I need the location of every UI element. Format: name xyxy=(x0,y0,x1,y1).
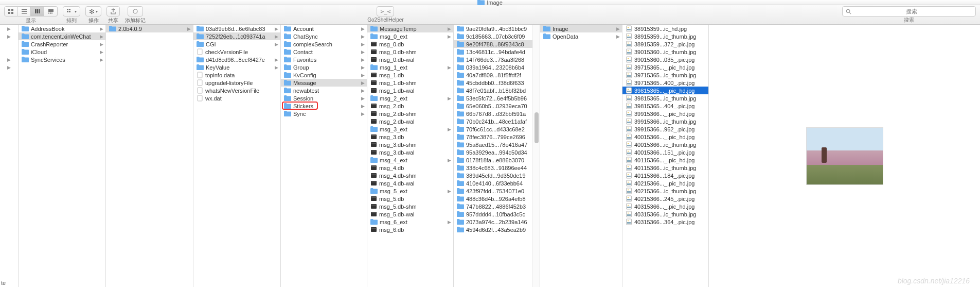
list-item[interactable]: 2073a974c...2b239a146▶ xyxy=(454,218,540,226)
list-item[interactable]: msg_3.db xyxy=(367,133,453,141)
list-item[interactable]: com.tencent.xinWeChat▶ xyxy=(19,32,105,40)
list-item[interactable]: Stickers▶ xyxy=(281,102,367,110)
list-item[interactable]: msg_1.db-shm xyxy=(367,79,453,87)
list-item[interactable]: 13c46811c...94bdafe4d▶ xyxy=(454,48,540,56)
list-item[interactable]: msg_0_ext▶ xyxy=(367,32,453,40)
list-item[interactable]: 40015366...151_.pic.jpg xyxy=(622,148,708,156)
list-item[interactable]: Image▶ xyxy=(540,25,622,32)
list-item[interactable]: Contact▶ xyxy=(281,48,367,56)
list-item[interactable]: 39915366...962_.pic.jpg xyxy=(622,125,708,133)
list-item[interactable]: 38915359...ic_thumb.jpg xyxy=(622,32,708,40)
list-item[interactable]: 39815365..._.pic_hd.jpg xyxy=(622,87,708,94)
list-item[interactable]: 39715365...ic_thumb.jpg xyxy=(622,71,708,79)
list-item[interactable]: 488c36d4b...926a4efb8▶ xyxy=(454,195,540,202)
list-item[interactable]: msg_5_ext▶ xyxy=(367,187,453,195)
list-item[interactable]: Message▶ xyxy=(281,79,367,87)
column-view-button[interactable] xyxy=(31,6,44,16)
list-item[interactable]: msg_4.db xyxy=(367,164,453,172)
list-item[interactable]: 40015366..._.pic_hd.jpg xyxy=(622,133,708,141)
column-2[interactable]: 03a89eb6d...6e6fabc83▶7252f26eb...1c0937… xyxy=(193,25,281,287)
list-item[interactable]: msg_3.db-wal xyxy=(367,148,453,156)
column-0[interactable]: AddressBook▶com.tencent.xinWeChat▶CrashR… xyxy=(19,25,106,287)
list-item[interactable]: 03a89eb6d...6e6fabc83▶ xyxy=(193,25,280,32)
list-item[interactable]: msg_3.db-shm xyxy=(367,141,453,148)
column-3[interactable]: Account▶ChatSync▶complexSearch▶Contact▶F… xyxy=(281,25,367,287)
search-input[interactable] xyxy=(851,8,972,14)
list-item[interactable]: 039a1964...23208b6b4▶ xyxy=(454,63,540,71)
list-item[interactable]: 39015360...ic_thumb.jpg xyxy=(622,48,708,56)
list-item[interactable]: msg_2.db-wal xyxy=(367,117,453,125)
list-item[interactable]: msg_0.db xyxy=(367,40,453,48)
list-item[interactable]: 40315366..._.pic_hd.jpg xyxy=(622,202,708,210)
column-7[interactable]: 38915359...ic_hd.jpg38915359...ic_thumb.… xyxy=(622,25,709,287)
list-item[interactable]: 95a8aed15...78e416a47▶ xyxy=(454,141,540,148)
column-5[interactable]: 9ae20fdfa9...4bc31bbc9▶9c185663...07cb3c… xyxy=(454,25,540,287)
list-item[interactable]: msg_4.db-wal xyxy=(367,179,453,187)
list-item[interactable]: 957dddd4...10fbad3c5c▶ xyxy=(454,210,540,218)
list-item[interactable]: 38915359...ic_hd.jpg xyxy=(622,25,708,32)
list-item[interactable]: 40215366..._.pic_hd.jpg xyxy=(622,179,708,187)
list-item[interactable]: msg_1_ext▶ xyxy=(367,63,453,71)
list-item[interactable]: 78fec3876...799ce2696▶ xyxy=(454,133,540,141)
list-item[interactable]: 9ae20fdfa9...4bc31bbc9▶ xyxy=(454,25,540,32)
tags-button[interactable] xyxy=(128,6,143,16)
column-4[interactable]: MessageTemp▶msg_0_ext▶msg_0.dbmsg_0.db-s… xyxy=(367,25,454,287)
list-item[interactable]: msg_1.db-wal xyxy=(367,87,453,94)
list-item[interactable]: msg_2.db xyxy=(367,102,453,110)
list-item[interactable]: 95a3929ea...994c50d34▶ xyxy=(454,148,540,156)
list-item[interactable]: 410e4140...6f33ebb64▶ xyxy=(454,179,540,187)
list-item[interactable]: 39815365...ic_thumb.jpg xyxy=(622,94,708,102)
list-item[interactable]: 66b767d8...d32bbf591a▶ xyxy=(454,110,540,117)
list-item[interactable]: Account▶ xyxy=(281,25,367,32)
list-item[interactable]: 0178f18fa...e886b3070▶ xyxy=(454,156,540,164)
list-item[interactable]: MessageTemp▶ xyxy=(367,25,453,32)
list-item[interactable]: 38915359...372_.pic.jpg xyxy=(622,40,708,48)
list-item[interactable]: checkVersionFile xyxy=(193,48,280,56)
list-item[interactable]: msg_2.db-shm xyxy=(367,110,453,117)
icon-view-button[interactable] xyxy=(4,6,17,16)
list-item[interactable]: 53ec5fc72...6e4f5b5b96▶ xyxy=(454,94,540,102)
list-item[interactable]: 39915366...ic_thumb.jpg xyxy=(622,117,708,125)
list-item[interactable]: 70f6c61cc...d433c68e2▶ xyxy=(454,125,540,133)
list-item[interactable]: wx.dat xyxy=(193,94,280,102)
list-item[interactable]: KeyValue▶ xyxy=(193,63,280,71)
action-button[interactable]: ✻▾ xyxy=(85,6,101,16)
list-item[interactable]: 70b0c241b...48ce11afaf▶ xyxy=(454,117,540,125)
list-item[interactable]: msg_5.db-wal xyxy=(367,210,453,218)
arrange-button[interactable]: ▾ xyxy=(63,6,80,16)
list-item[interactable]: 423f97fdd...7534071e0▶ xyxy=(454,187,540,195)
list-item[interactable]: Sync▶ xyxy=(281,110,367,117)
scroll-thumb[interactable] xyxy=(534,112,539,143)
list-item[interactable]: 40215366...ic_thumb.jpg xyxy=(622,187,708,195)
gallery-view-button[interactable] xyxy=(44,6,58,16)
list-item[interactable]: AddressBook▶ xyxy=(19,25,105,32)
list-item[interactable]: Session▶ xyxy=(281,94,367,102)
list-item[interactable]: msg_1.db xyxy=(367,71,453,79)
list-item[interactable]: 389d45cfd...9d350de19▶ xyxy=(454,172,540,179)
list-item[interactable]: msg_4.db-shm xyxy=(367,172,453,179)
list-item[interactable]: msg_6_ext▶ xyxy=(367,218,453,226)
list-item[interactable]: 39715365..._.pic_hd.jpg xyxy=(622,63,708,71)
list-item[interactable]: 4594d6d2f...43a5ea2b9▶ xyxy=(454,226,540,233)
list-view-button[interactable] xyxy=(17,6,31,16)
list-item[interactable]: 65e060b5...02939eca70▶ xyxy=(454,102,540,110)
list-item[interactable]: whatsNewVersionFile xyxy=(193,87,280,94)
list-item[interactable]: 7252f26eb...1c093741a▶ xyxy=(193,32,280,40)
list-item[interactable]: 40215366...245_.pic.jpg xyxy=(622,195,708,202)
list-item[interactable]: msg_3_ext▶ xyxy=(367,125,453,133)
list-item[interactable]: CrashReporter▶ xyxy=(19,40,105,48)
list-item[interactable]: msg_0.db-shm xyxy=(367,48,453,56)
list-item[interactable]: SyncServices▶ xyxy=(19,56,105,63)
list-item[interactable]: newabtest▶ xyxy=(281,87,367,94)
list-item[interactable]: 39715365...400_.pic.jpg xyxy=(622,79,708,87)
list-item[interactable]: msg_4_ext▶ xyxy=(367,156,453,164)
list-item[interactable]: 48f7e01abf...b18bf32bd▶ xyxy=(454,87,540,94)
scrollbar[interactable] xyxy=(532,25,540,287)
list-item[interactable]: 338c4c683...91896ee44▶ xyxy=(454,164,540,172)
column-pre[interactable]: ▶▶▶▶te xyxy=(0,25,19,287)
list-item[interactable]: msg_0.db-wal xyxy=(367,56,453,63)
list-item[interactable]: 40315366...ic_thumb.jpg xyxy=(622,210,708,218)
list-item[interactable]: CGI▶ xyxy=(193,40,280,48)
list-item[interactable]: Group▶ xyxy=(281,63,367,71)
list-item[interactable]: upgradeHistoryFile xyxy=(193,79,280,87)
